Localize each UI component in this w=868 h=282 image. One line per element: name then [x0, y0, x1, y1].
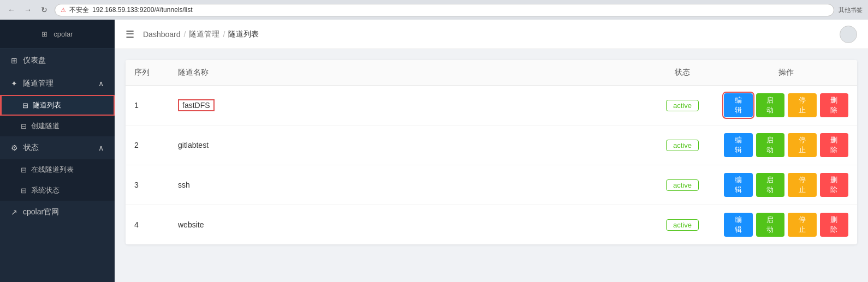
sidebar-item-tunnel-list[interactable]: ⊟ 隧道列表	[0, 95, 115, 116]
sidebar-item-cpolar[interactable]: ↗ cpolar官网	[0, 201, 115, 224]
row1-name-text: fastDFS	[178, 99, 215, 111]
row2-start-button[interactable]: 启动	[756, 133, 785, 157]
breadcrumb-sep1: /	[184, 30, 186, 39]
table-card: 序列 隧道名称 状态 操作 1 fastDFS	[126, 60, 857, 244]
sidebar-header-tunnel-mgmt-label: 隧道管理	[23, 79, 53, 88]
main-content: 序列 隧道名称 状态 操作 1 fastDFS	[115, 49, 868, 282]
sidebar-item-cpolar-label: cpolar官网	[23, 207, 59, 217]
row1-edit-button[interactable]: 编辑	[724, 93, 753, 117]
address-text: 192.168.59.133:9200/#/tunnels/list	[92, 6, 192, 14]
app-layout: ⊞ cpolar ⊞ 仪表盘 ✦ 隧道管理 ∧ ⊟ 隧道列表 ⊟ 创建隧道	[0, 20, 868, 282]
row4-actions: 编辑 启动 停止 删除	[715, 205, 857, 245]
sidebar-item-create-tunnel-label: 创建隧道	[31, 121, 60, 131]
logo-text: ⊞ cpolar	[41, 30, 73, 38]
sidebar-item-create-tunnel[interactable]: ⊟ 创建隧道	[0, 116, 115, 136]
bookmarks-label: 其他书签	[839, 6, 863, 14]
row2-index: 2	[126, 125, 169, 165]
row4-action-btns: 编辑 启动 停止 删除	[724, 213, 848, 237]
row4-status-cell: active	[650, 205, 715, 245]
table-header-row: 序列 隧道名称 状态 操作	[126, 60, 857, 86]
row3-status-badge: active	[666, 179, 699, 191]
row2-actions: 编辑 启动 停止 删除	[715, 125, 857, 165]
col-header-actions: 操作	[715, 60, 857, 86]
row1-status-badge: active	[666, 100, 699, 111]
header-right	[840, 26, 857, 43]
tunnel-mgmt-icon: ✦	[11, 79, 17, 88]
row1-start-button[interactable]: 启动	[756, 93, 785, 117]
row3-status-cell: active	[650, 165, 715, 205]
sidebar-item-online-tunnels[interactable]: ⊟ 在线隧道列表	[0, 159, 115, 180]
row3-edit-button[interactable]: 编辑	[724, 173, 753, 197]
address-bar[interactable]: ⚠ 不安全 192.168.59.133:9200/#/tunnels/list	[55, 4, 834, 16]
row1-index: 1	[126, 86, 169, 125]
row3-stop-button[interactable]: 停止	[788, 173, 817, 197]
table-row: 1 fastDFS active 编辑 启动	[126, 86, 857, 125]
forward-button[interactable]: →	[22, 4, 34, 16]
row1-status-cell: active	[650, 86, 715, 125]
row3-delete-button[interactable]: 删除	[820, 173, 849, 197]
hamburger-icon[interactable]: ☰	[126, 28, 134, 40]
row2-action-btns: 编辑 启动 停止 删除	[724, 133, 848, 157]
sidebar-subsection-tunnel: ⊟ 隧道列表 ⊟ 创建隧道	[0, 95, 115, 136]
row3-start-button[interactable]: 启动	[756, 173, 785, 197]
system-status-icon: ⊟	[21, 187, 27, 195]
row2-edit-button[interactable]: 编辑	[724, 133, 753, 157]
dashboard-icon: ⊞	[11, 56, 17, 65]
breadcrumb-parent[interactable]: 隧道管理	[189, 29, 219, 39]
table-row: 4 website active 编辑 启动 停止 删除	[126, 205, 857, 245]
row4-edit-button[interactable]: 编辑	[724, 213, 753, 237]
content-header: ☰ Dashboard / 隧道管理 / 隧道列表	[115, 20, 868, 49]
row1-actions: 编辑 启动 停止 删除	[715, 86, 857, 125]
row2-name: gitlabtest	[169, 125, 650, 165]
row3-action-btns: 编辑 启动 停止 删除	[724, 173, 848, 197]
tunnels-table: 序列 隧道名称 状态 操作 1 fastDFS	[126, 60, 857, 244]
row4-name: website	[169, 205, 650, 245]
row4-delete-button[interactable]: 删除	[820, 213, 849, 237]
row2-stop-button[interactable]: 停止	[788, 133, 817, 157]
online-tunnels-icon: ⊟	[21, 166, 27, 174]
breadcrumb-sep2: /	[223, 30, 225, 39]
col-header-name: 隧道名称	[169, 60, 650, 86]
row2-status-cell: active	[650, 125, 715, 165]
sidebar-item-online-tunnels-label: 在线隧道列表	[31, 165, 74, 175]
row4-status-badge: active	[666, 219, 699, 231]
back-button[interactable]: ←	[5, 4, 17, 16]
row4-start-button[interactable]: 启动	[756, 213, 785, 237]
col-header-status: 状态	[650, 60, 715, 86]
status-icon: ⚙	[11, 143, 18, 152]
sidebar-item-dashboard-label: 仪表盘	[23, 56, 46, 65]
table-row: 3 ssh active 编辑 启动 停止 删除	[126, 165, 857, 205]
cpolar-icon: ↗	[11, 208, 17, 217]
sidebar-item-system-status[interactable]: ⊟ 系统状态	[0, 180, 115, 201]
row3-actions: 编辑 启动 停止 删除	[715, 165, 857, 205]
status-chevron-up-icon: ∧	[98, 143, 104, 152]
security-icon: ⚠	[61, 7, 66, 14]
row1-delete-button[interactable]: 删除	[820, 93, 849, 117]
row3-index: 3	[126, 165, 169, 205]
content-area: ☰ Dashboard / 隧道管理 / 隧道列表 序列 隧道名称	[115, 20, 868, 282]
breadcrumb-home[interactable]: Dashboard	[143, 30, 181, 39]
avatar[interactable]	[840, 26, 857, 43]
security-label: 不安全	[69, 5, 89, 15]
row3-name: ssh	[169, 165, 650, 205]
sidebar-subsection-status: ⊟ 在线隧道列表 ⊟ 系统状态	[0, 159, 115, 201]
row1-stop-button[interactable]: 停止	[788, 93, 817, 117]
sidebar: ⊞ cpolar ⊞ 仪表盘 ✦ 隧道管理 ∧ ⊟ 隧道列表 ⊟ 创建隧道	[0, 20, 115, 282]
table-row: 2 gitlabtest active 编辑 启动 停止 删除	[126, 125, 857, 165]
sidebar-item-tunnel-list-label: 隧道列表	[33, 100, 61, 110]
sidebar-item-system-status-label: 系统状态	[31, 185, 60, 195]
tunnel-list-icon: ⊟	[22, 101, 28, 110]
row1-name: fastDFS	[169, 86, 650, 125]
sidebar-header-tunnel-mgmt[interactable]: ✦ 隧道管理 ∧	[0, 72, 115, 95]
sidebar-header-status[interactable]: ⚙ 状态 ∧	[0, 136, 115, 159]
sidebar-item-dashboard[interactable]: ⊞ 仪表盘	[0, 49, 115, 72]
create-tunnel-icon: ⊟	[21, 122, 27, 130]
browser-chrome: ← → ↻ ⚠ 不安全 192.168.59.133:9200/#/tunnel…	[0, 0, 868, 20]
row4-stop-button[interactable]: 停止	[788, 213, 817, 237]
breadcrumb-current: 隧道列表	[228, 29, 259, 39]
row2-status-badge: active	[666, 140, 699, 151]
row2-delete-button[interactable]: 删除	[820, 133, 849, 157]
reload-button[interactable]: ↻	[38, 4, 50, 16]
chevron-up-icon: ∧	[98, 79, 104, 88]
row1-action-btns: 编辑 启动 停止 删除	[724, 93, 848, 117]
